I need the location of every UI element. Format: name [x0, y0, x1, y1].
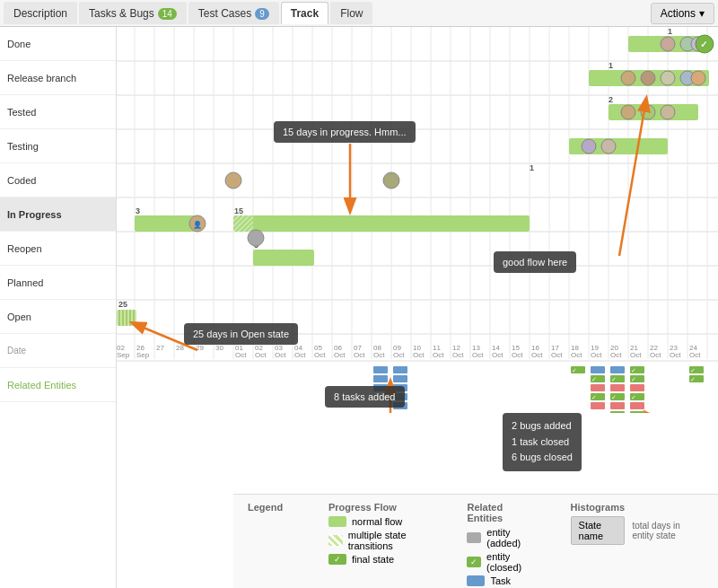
entity-closed-icon: ✓ [467, 557, 481, 567]
date-24-oct: Oct [689, 351, 701, 359]
arrow-good-flow [619, 99, 646, 256]
date-14-oct: Oct [492, 351, 503, 359]
date-16-oct: Oct [531, 351, 543, 359]
avatar-coded-2 [383, 172, 399, 189]
actions-label: Actions [661, 7, 696, 20]
date-15-oct: Oct [512, 351, 523, 359]
date-17-oct: Oct [551, 351, 563, 359]
date-13-oct: Oct [472, 351, 484, 359]
task-label: Task [490, 575, 511, 586]
sidebar-row-reopen: Reopen [0, 232, 116, 266]
normal-flow-label: normal flow [352, 516, 402, 527]
check-528: ✓ [591, 376, 597, 382]
date-oct: Oct [235, 351, 247, 359]
entity-closed-label: entity (closed) [486, 551, 534, 573]
date-18-oct: Oct [571, 351, 582, 359]
date-26sep-month: Sep [136, 351, 150, 359]
date-04-oct: Oct [294, 351, 306, 359]
entity-added-label: entity (added) [486, 527, 534, 549]
task-286-2 [373, 375, 388, 382]
tab-flow[interactable]: Flow [330, 2, 372, 24]
legend-final-state: ✓ final state [328, 554, 431, 565]
task-550 [610, 366, 625, 373]
tab-track[interactable]: Track [281, 2, 328, 24]
histogram-description: total days in entity state [632, 521, 704, 540]
inprogress-striped [233, 215, 253, 232]
chart-area: 25 3 15 3 1 2 1 1 👤 [117, 27, 718, 588]
check-bug-550: ✓ [611, 394, 617, 400]
final-state-label: final state [352, 554, 394, 565]
date-03-oct: Oct [275, 351, 286, 359]
bug-550-2 [610, 402, 625, 409]
check-572-2: ✓ [631, 376, 636, 382]
open-count-25: 25 [118, 300, 127, 309]
avatar-tested-3 [661, 105, 675, 119]
date-12-oct: Oct [452, 351, 464, 359]
tab-tasks-bugs[interactable]: Tasks & Bugs14 [79, 2, 187, 24]
task-286-3 [373, 384, 388, 391]
sidebar-row-open: Open [0, 300, 116, 334]
task-528 [591, 366, 605, 373]
tab-test-cases[interactable]: Test Cases9 [188, 2, 279, 24]
task-color [467, 575, 485, 586]
date-21-oct: Oct [630, 351, 642, 359]
state-name-example: State name [571, 516, 626, 545]
task-308-1 [393, 366, 407, 373]
check-638-2: ✓ [690, 376, 696, 382]
entity-added-color [467, 532, 481, 543]
done-count: 1 [668, 27, 672, 36]
legend-entity-closed: ✓ entity (closed) [467, 551, 534, 573]
normal-flow-color [328, 516, 346, 527]
date-02-oct: Oct [255, 351, 267, 359]
date-20-oct: Oct [610, 351, 622, 359]
avatar-release-1 [621, 71, 635, 85]
legend-title: Legend [248, 502, 293, 513]
multi-transitions-color [328, 535, 343, 546]
avatar-release-2 [641, 71, 655, 85]
sidebar-row-tested: Tested [0, 95, 116, 129]
tab-test-cases-label: Test Cases [198, 7, 251, 20]
release-count: 1 [609, 61, 613, 70]
date-06-oct: Oct [334, 351, 346, 359]
date-08-oct: Oct [373, 351, 385, 359]
task-308-2 [393, 375, 407, 382]
progress-flow-title: Progress Flow [328, 502, 431, 513]
date-30: 30 [215, 344, 223, 352]
histogram-example: State name total days in entity state [571, 516, 704, 545]
date-22-oct: Oct [650, 351, 661, 359]
final-state-icon: ✓ [328, 554, 346, 565]
multi-transitions-label: multiple state transitions [348, 530, 432, 551]
sidebar-row-release-branch: Release branch [0, 61, 116, 95]
avatar-release-3 [661, 71, 675, 85]
sidebar-row-in-progress: In Progress [0, 197, 116, 232]
histograms-title: Histograms [571, 502, 704, 513]
related-entities-legend-title: Related Entities [467, 502, 534, 523]
bug-572-2 [630, 402, 644, 409]
actions-button[interactable]: Actions ▾ [651, 3, 714, 24]
avatar-done-1 [661, 37, 675, 51]
done-check: ✓ [700, 39, 707, 49]
task-286-1 [373, 366, 388, 373]
date-23-oct: Oct [670, 351, 681, 359]
legend-histograms: Histograms State name total days in enti… [571, 502, 704, 545]
date-07-oct: Oct [354, 351, 365, 359]
avatar-tested-1 [621, 105, 635, 119]
tasks-bugs-badge: 14 [158, 8, 177, 20]
sidebar-row-coded: Coded [0, 163, 116, 197]
sidebar-row-done: Done [0, 27, 116, 61]
check-550: ✓ [611, 376, 617, 382]
check-572-1: ✓ [631, 367, 636, 373]
sidebar-row-related-entities: Related Entities [0, 368, 116, 402]
avatar-testing-2 [601, 139, 616, 154]
avatar-testing-1 [582, 139, 596, 154]
legend-progress-flow: Progress Flow normal flow multiple state… [328, 502, 431, 567]
tested-count: 2 [609, 95, 613, 104]
legend-entity-added: entity (added) [467, 527, 534, 549]
reopen-bar [253, 250, 314, 266]
bug-572-1 [630, 384, 644, 391]
date-10-oct: Oct [413, 351, 425, 359]
task-308-4 [393, 393, 407, 400]
tab-description[interactable]: Description [4, 2, 77, 24]
tab-tasks-bugs-label: Tasks & Bugs [89, 7, 154, 20]
avatar-inprogress-2 [248, 230, 264, 246]
